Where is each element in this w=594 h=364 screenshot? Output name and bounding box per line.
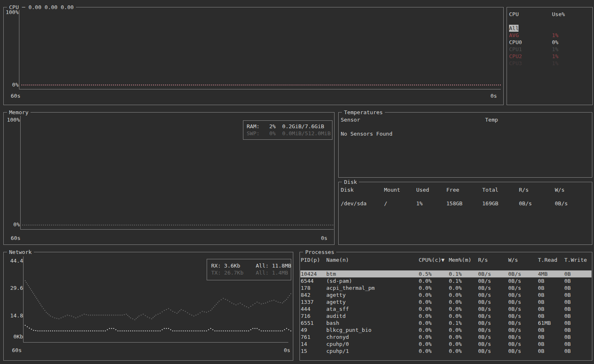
- disk-col-ws: W/s: [555, 186, 592, 193]
- cpu-legend-row-avg[interactable]: AVG1%: [507, 32, 592, 39]
- process-cell: 0.1%: [449, 319, 478, 326]
- network-panel[interactable]: Network 44.4 29.6 14.8 0Kb 60s 0s RX: 3.…: [3, 252, 293, 361]
- process-row[interactable]: 10424btm0.5%0.1%0B/s0B/s4MB0B: [300, 270, 592, 277]
- cpu-legend-panel[interactable]: CPU Use% AllAVG1%CPU00%CPU11%CPU21%CPU31…: [507, 7, 593, 105]
- process-cell: 6551: [301, 319, 326, 326]
- bottom-system-monitor: CPU ─ 0.00 0.00 0.00 100% 0% 60s 0s CPU …: [0, 0, 594, 364]
- memory-ylabel-bottom: 0%: [5, 221, 20, 228]
- processes-col-tread[interactable]: T.Read: [538, 256, 564, 263]
- process-cell: 0B: [564, 326, 592, 333]
- process-cell: 0B/s: [508, 284, 538, 291]
- disk-row[interactable]: /dev/sda/1%158GB169GB0B/s0B/s: [339, 200, 592, 207]
- processes-col-ws[interactable]: W/s: [508, 256, 538, 263]
- process-cell: 0.0%: [419, 291, 449, 298]
- process-row[interactable]: 6551bash0.0%0.1%0B/s0B/s61MB0B: [300, 319, 592, 326]
- network-tx-total: All: 1.4MB: [256, 269, 288, 276]
- process-cell: 0B: [564, 319, 592, 326]
- process-row[interactable]: 1337agetty0.0%0.0%0B/s0B/s0B0B: [300, 298, 592, 305]
- memory-panel[interactable]: Memory 100% 0% 60s 0s RAM: 2% 0.2GiB/7.6…: [3, 112, 335, 245]
- process-cell: 0B/s: [478, 348, 508, 355]
- cpu-legend-name: CPU1: [509, 46, 552, 53]
- process-cell: (sd-pam): [326, 277, 419, 284]
- disk-cell: 158GB: [446, 200, 482, 207]
- process-cell: 0.0%: [449, 284, 478, 291]
- memory-xlabel-right: 0s: [321, 235, 328, 242]
- processes-col-cpu[interactable]: CPU%(c)▼: [419, 256, 449, 263]
- processes-col-name[interactable]: Name(n): [326, 256, 419, 263]
- process-cell: 0B/s: [508, 348, 538, 355]
- process-row[interactable]: 444ata_sff0.0%0.0%0B/s0B/s0B0B: [300, 305, 592, 312]
- cpu-legend-name: CPU3: [509, 60, 552, 67]
- cpu-legend-name: All: [509, 25, 552, 32]
- process-cell: 0B: [564, 298, 592, 305]
- cpu-legend-row-cpu3[interactable]: CPU31%: [507, 60, 592, 67]
- process-row[interactable]: 14cpuhp/00.0%0.0%0B/s0B/s0B0B: [300, 341, 592, 348]
- network-rx-total: All: 11.8MB: [256, 262, 291, 269]
- process-cell: 0B/s: [478, 333, 508, 341]
- network-tx-current: TX: 26.7Kb: [211, 269, 243, 276]
- process-cell: 0B: [538, 305, 564, 312]
- temperatures-col-sensor: Sensor: [341, 116, 360, 123]
- process-cell: 0B/s: [478, 284, 508, 291]
- temperatures-empty-message: No Sensors Found: [341, 130, 392, 137]
- cpu-legend-row-cpu2[interactable]: CPU21%: [507, 53, 592, 60]
- cpu-legend-name: AVG: [509, 32, 552, 39]
- process-row[interactable]: 716auditd0.0%0.0%0B/s0B/s0B0B: [300, 312, 592, 319]
- process-cell: 0.0%: [419, 284, 449, 291]
- cpu-legend-use: 0%: [552, 39, 592, 46]
- network-ylabel-3: 44.4: [5, 257, 23, 264]
- process-cell: 0.5%: [419, 270, 449, 277]
- process-cell: 0B: [564, 333, 592, 341]
- network-tx-row: TX: 26.7Kb All: 1.4MB: [207, 269, 291, 276]
- temperatures-col-temp: Temp: [485, 116, 498, 123]
- processes-col-mem[interactable]: Mem%(m): [449, 256, 478, 263]
- process-row[interactable]: 6544(sd-pam)0.0%0.1%0B/s0B/s0B0B: [300, 277, 592, 284]
- process-cell: 761: [301, 333, 326, 341]
- process-row[interactable]: 761chronyd0.0%0.0%0B/s0B/s0B0B: [300, 333, 592, 341]
- process-row[interactable]: 842agetty0.0%0.0%0B/s0B/s0B0B: [300, 291, 592, 298]
- network-legend: RX: 3.6Kb All: 11.8MB TX: 26.7Kb All: 1.…: [207, 259, 291, 280]
- process-cell: 0B/s: [478, 341, 508, 348]
- cpu-xlabel-right: 0s: [490, 92, 497, 99]
- disk-panel[interactable]: Disk Disk Mount Used Free Total R/s W/s …: [338, 182, 592, 245]
- process-cell: 0.0%: [449, 305, 478, 312]
- cpu-legend-row-cpu0[interactable]: CPU00%: [507, 39, 592, 46]
- processes-panel[interactable]: Processes PID(p) Name(n) CPU%(c)▼ Mem%(m…: [299, 252, 592, 361]
- process-cell: 1337: [301, 298, 326, 305]
- process-cell: auditd: [326, 312, 419, 319]
- disk-cell: 0B/s: [555, 200, 592, 207]
- disk-cell: /: [384, 200, 416, 207]
- cpu-legend-col-use: Use%: [552, 11, 592, 18]
- temperatures-panel[interactable]: Temperatures Sensor Temp No Sensors Foun…: [338, 112, 592, 178]
- processes-col-rs[interactable]: R/s: [478, 256, 508, 263]
- process-cell: 178: [301, 284, 326, 291]
- process-cell: 0.0%: [449, 348, 478, 355]
- process-cell: 0B: [564, 348, 592, 355]
- process-cell: 0B/s: [508, 298, 538, 305]
- cpu-usage-chart: [4, 7, 503, 105]
- cpu-legend-row-all[interactable]: All: [507, 25, 592, 32]
- cpu-legend-row-cpu1[interactable]: CPU11%: [507, 46, 592, 53]
- process-cell: 0B: [538, 284, 564, 291]
- disk-panel-title: Disk: [342, 178, 359, 186]
- memory-ylabel-top: 100%: [5, 116, 20, 123]
- process-row[interactable]: 15cpuhp/10.0%0.0%0B/s0B/s0B0B: [300, 348, 592, 355]
- disk-cell: /dev/sda: [341, 200, 384, 207]
- process-cell: 14: [301, 341, 326, 348]
- selected-entry-highlight: All: [509, 25, 519, 32]
- disk-header-row: Disk Mount Used Free Total R/s W/s: [339, 186, 592, 193]
- process-cell: 49: [301, 326, 326, 333]
- processes-col-twrite[interactable]: T.Write: [564, 256, 592, 263]
- cpu-legend-header: CPU Use%: [507, 11, 592, 18]
- process-cell: 0B/s: [478, 319, 508, 326]
- process-row[interactable]: 178acpi_thermal_pm0.0%0.0%0B/s0B/s0B0B: [300, 284, 592, 291]
- processes-header-row: PID(p) Name(n) CPU%(c)▼ Mem%(m) R/s W/s …: [300, 256, 592, 263]
- process-cell: 0B/s: [508, 277, 538, 284]
- processes-panel-title: Processes: [303, 249, 336, 256]
- processes-col-pid[interactable]: PID(p): [301, 256, 326, 263]
- cpu-panel[interactable]: CPU ─ 0.00 0.00 0.00 100% 0% 60s 0s: [3, 7, 504, 105]
- process-cell: 0.0%: [419, 277, 449, 284]
- disk-col-rs: R/s: [519, 186, 555, 193]
- process-cell: 0B: [538, 341, 564, 348]
- process-row[interactable]: 49blkcg_punt_bio0.0%0.0%0B/s0B/s0B0B: [300, 326, 592, 333]
